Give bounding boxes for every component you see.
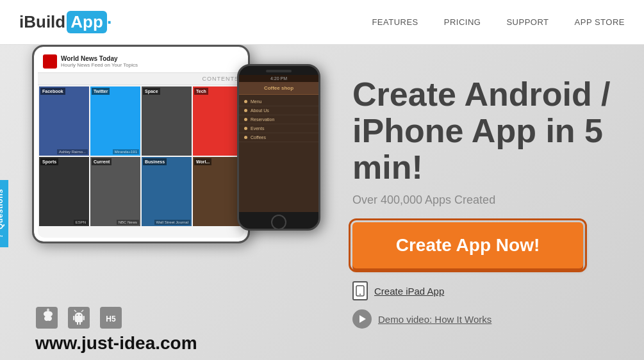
cell-world-label: Worl...: [194, 158, 211, 165]
menu-dot: [244, 136, 247, 139]
html5-icon: H5: [99, 306, 122, 329]
news-subtitle: Hourly News Feed on Your Topics: [61, 62, 138, 68]
menu-item-label: About Us: [251, 108, 269, 113]
svg-point-12: [359, 294, 361, 295]
menu-item-label: Menu: [251, 99, 262, 104]
iphone-home-button: [271, 215, 286, 230]
website-url: www.just-idea.com: [35, 333, 197, 354]
platform-icons-row: H5: [35, 306, 197, 329]
cell-twitter-label: Twitter: [92, 88, 110, 95]
news-grid: Facebook Ashley Raimo... Twitter Miranda…: [38, 85, 244, 227]
question-mark-icon: ?: [0, 233, 4, 238]
coffee-menu: Menu About Us Reservation Events: [239, 95, 318, 145]
ipad-link-row: Create iPad App: [352, 281, 612, 300]
cell-facebook-source: Ashley Raimo...: [57, 149, 88, 154]
logo-app-box: App: [67, 11, 107, 33]
menu-item-label: Reservation: [251, 117, 274, 122]
header: iBuild App · FEATURES PRICING SUPPORT AP…: [0, 0, 644, 45]
apple-icon: [35, 306, 58, 329]
cell-sports-source: ESPN: [74, 220, 88, 225]
nav-pricing[interactable]: PRICING: [444, 17, 481, 27]
menu-item-label: Events: [251, 126, 264, 131]
grid-cell-current: Current NBC News: [90, 157, 140, 226]
hero-right: Create Android / iPhone App in 5 min! Ov…: [333, 45, 644, 360]
menu-item-events: Events: [239, 124, 318, 133]
cell-sports-label: Sports: [40, 158, 58, 165]
iphone-screen: 4:20 PM Coffee shop Menu About Us Reserv…: [239, 75, 318, 212]
grid-cell-business: Business Wall Street Journal: [142, 157, 192, 226]
cell-business-source: Wall Street Journal: [154, 220, 190, 225]
grid-cell-sports: Sports ESPN: [39, 157, 89, 226]
menu-item-menu: Menu: [239, 97, 318, 106]
grid-cell-tech: Tech: [193, 86, 243, 156]
play-button[interactable]: [352, 309, 372, 329]
svg-text:H5: H5: [106, 315, 116, 323]
hero-section: World News Today Hourly News Feed on You…: [0, 45, 644, 360]
news-icon: [43, 54, 57, 69]
grid-cell-space: Space: [142, 86, 192, 156]
cell-business-label: Business: [143, 158, 167, 165]
grid-cell-twitter: Twitter Miranda+191: [90, 86, 140, 156]
news-title: World News Today: [61, 55, 138, 62]
nav-features[interactable]: FEATURES: [372, 17, 418, 27]
menu-dot: [244, 127, 247, 130]
hero-subtitle: Over 400,000 Apps Created: [352, 193, 612, 207]
ipad-link[interactable]: Create iPad App: [374, 286, 444, 297]
logo-prefix: iBuild: [19, 12, 65, 32]
hero-title: Create Android / iPhone App in 5 min!: [352, 76, 612, 186]
play-triangle-icon: [359, 315, 366, 323]
main-nav: FEATURES PRICING SUPPORT APP STORE: [372, 17, 625, 27]
nav-app-store[interactable]: APP STORE: [575, 17, 625, 27]
logo[interactable]: iBuild App ·: [19, 11, 112, 33]
hero-left: World News Today Hourly News Feed on You…: [0, 45, 333, 360]
cell-current-source: NBC News: [117, 220, 139, 225]
nav-support[interactable]: SUPPORT: [506, 17, 549, 27]
questions-tab[interactable]: ? Questions: [0, 180, 8, 247]
svg-rect-7: [73, 316, 75, 320]
svg-rect-8: [83, 316, 85, 320]
menu-dot: [244, 118, 247, 121]
contents-bar: CONTENTS: [38, 73, 244, 85]
menu-dot: [244, 109, 247, 112]
cell-space-label: Space: [143, 88, 160, 95]
svg-point-3: [77, 315, 78, 316]
cell-twitter-source: Miranda+191: [113, 149, 139, 154]
coffee-shop-header: Coffee shop: [239, 82, 318, 95]
menu-dot: [244, 100, 247, 103]
grid-cell-facebook: Facebook Ashley Raimo...: [39, 86, 89, 156]
cell-tech-label: Tech: [194, 88, 208, 95]
video-link[interactable]: Demo video: How It Works: [378, 314, 491, 325]
menu-item-coffees: Coffees: [239, 133, 318, 142]
menu-item-label: Coffees: [251, 135, 266, 140]
svg-point-4: [80, 315, 81, 316]
grid-cell-world: Worl...: [193, 157, 243, 226]
iphone-mockup: 4:20 PM Coffee shop Menu About Us Reserv…: [237, 64, 320, 231]
questions-tab-label: Questions: [0, 189, 4, 229]
video-row: Demo video: How It Works: [352, 309, 612, 329]
android-icon: [67, 306, 90, 329]
cell-current-label: Current: [92, 158, 111, 165]
cell-facebook-label: Facebook: [40, 88, 65, 95]
ipad-mockup: World News Today Hourly News Feed on You…: [32, 45, 250, 243]
iphone-speaker: [266, 70, 292, 72]
create-app-button[interactable]: Create App Now!: [352, 222, 583, 268]
menu-item-reservation: Reservation: [239, 115, 318, 124]
svg-point-1: [47, 309, 49, 313]
menu-item-about: About Us: [239, 106, 318, 115]
logo-dot: ·: [107, 12, 112, 33]
iphone-time: 4:20 PM: [239, 75, 318, 82]
ipad-small-icon: [352, 281, 368, 300]
